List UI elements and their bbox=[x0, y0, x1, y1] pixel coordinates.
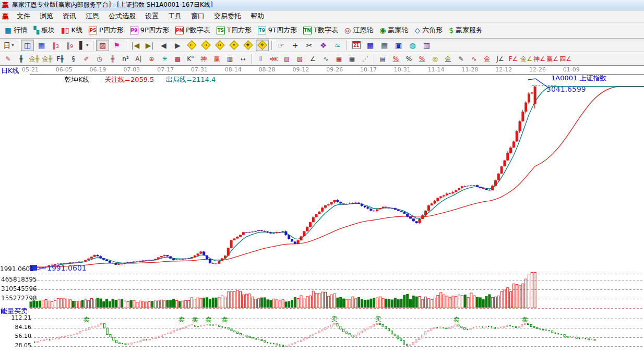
gold-circle-button[interactable]: ◎ bbox=[429, 53, 441, 64]
grid-tool-button[interactable]: ▦ bbox=[333, 53, 345, 64]
zigzag-wave-button[interactable]: ∿ bbox=[320, 53, 332, 64]
spiral-tool-button[interactable]: § bbox=[67, 53, 79, 64]
web-tools-button[interactable]: ◍ bbox=[406, 40, 419, 51]
diamond-plus-button[interactable]: ✚ bbox=[242, 40, 255, 51]
menu-item-资讯[interactable]: 资讯 bbox=[58, 10, 81, 22]
j-angle-button[interactable]: J∠ bbox=[494, 53, 506, 64]
f10-info-button[interactable]: ▤ bbox=[35, 40, 48, 51]
diamond-cross-button[interactable]: ✜ bbox=[256, 40, 269, 51]
hand-tool-button[interactable]: ☞ bbox=[275, 40, 288, 51]
candle-style-button[interactable]: ▌▾ bbox=[77, 40, 90, 51]
percent-tool-button[interactable]: % bbox=[403, 53, 415, 64]
square-ruler-button[interactable]: n² bbox=[120, 53, 132, 64]
gann-node-button[interactable]: ❖ bbox=[317, 40, 330, 51]
mirror-tool-button[interactable]: A| bbox=[133, 53, 145, 64]
count-ruler-button[interactable]: ▥ bbox=[224, 53, 236, 64]
diamond-compress-button[interactable]: ↔ bbox=[213, 40, 226, 51]
calendar-21-button[interactable]: 21 bbox=[350, 40, 363, 51]
star-web-button[interactable]: ✳ bbox=[159, 53, 171, 64]
next-bar-button[interactable]: ▶ bbox=[171, 40, 184, 51]
t-number-table-button[interactable]: TNT数字表 bbox=[302, 25, 340, 35]
sectors-button[interactable]: ▚板块 bbox=[32, 25, 56, 35]
k-mark-button[interactable]: K'' bbox=[185, 53, 197, 64]
diamond-right-button[interactable]: → bbox=[199, 40, 212, 51]
winner-wheel-button[interactable]: ◉赢家轮 bbox=[378, 25, 410, 35]
calculator-button[interactable]: ▦ bbox=[364, 40, 377, 51]
angle-measure-button[interactable]: ✂ bbox=[303, 40, 316, 51]
kline-button[interactable]: ▮▯K线 bbox=[59, 25, 84, 35]
crosshair-tool-button[interactable]: + bbox=[289, 40, 302, 51]
brush-tool-button[interactable]: ✎ bbox=[455, 53, 467, 64]
gold-time-ruler-button[interactable]: 金╫ bbox=[28, 53, 40, 64]
beam-tool-button[interactable]: Ⅱ bbox=[255, 53, 267, 64]
color-volume-button[interactable]: ⚑ bbox=[110, 40, 123, 51]
t9-square-button[interactable]: T99T四方形 bbox=[256, 25, 299, 35]
menu-item-文件[interactable]: 文件 bbox=[12, 10, 35, 22]
qiankun-view-button[interactable]: ◫ bbox=[21, 40, 34, 51]
wave-red-button[interactable]: ∿ bbox=[468, 53, 480, 64]
first-page-button[interactable]: |◀ bbox=[129, 40, 142, 51]
menu-item-窗口[interactable]: 窗口 bbox=[186, 10, 209, 22]
period-day-button[interactable]: 日▾ bbox=[2, 40, 15, 51]
p9-square-button[interactable]: P99P四方形 bbox=[128, 25, 171, 35]
minute9-chart-button[interactable]: ∥₉ bbox=[63, 40, 76, 51]
span-measure-button[interactable]: ↔ bbox=[237, 53, 249, 64]
grid-tool-2-button[interactable]: ▦ bbox=[346, 53, 358, 64]
wave-lines-button[interactable]: ≈ bbox=[331, 40, 344, 51]
menu-item-江恩[interactable]: 江恩 bbox=[81, 10, 104, 22]
menu-item-交易委托[interactable]: 交易委托 bbox=[209, 10, 246, 22]
ying-tool-button[interactable]: 赢 bbox=[211, 53, 223, 64]
shen-angle-button[interactable]: 神∠ bbox=[533, 53, 545, 64]
minute3-chart-button[interactable]: ∥₃ bbox=[49, 40, 62, 51]
price-ruler-button[interactable]: ╫ bbox=[106, 53, 118, 64]
diamond-burst-button[interactable]: ✶ bbox=[228, 40, 241, 51]
p-number-table-button[interactable]: PNP数字表 bbox=[174, 25, 212, 35]
hexagon-button[interactable]: ◇六角形 bbox=[413, 25, 444, 35]
gold-line-button[interactable]: 金 bbox=[442, 53, 454, 64]
circle-cross-button[interactable]: ⊕ bbox=[146, 53, 158, 64]
fib-time-ruler-button[interactable]: F╫ bbox=[54, 53, 66, 64]
grid2-icon: ▦ bbox=[349, 56, 355, 62]
knife-tool-button[interactable]: ✐ bbox=[80, 53, 92, 64]
gann-frame-button[interactable]: ▨ bbox=[96, 40, 109, 51]
fan-lines-button[interactable]: ⋘ bbox=[268, 53, 280, 64]
menu-item-工具[interactable]: 工具 bbox=[163, 10, 186, 22]
percent-line-button[interactable]: % bbox=[390, 53, 402, 64]
calendar-day-icon: 日 bbox=[3, 42, 10, 49]
p-square-button[interactable]: PSP四方形 bbox=[87, 25, 125, 35]
gann-wheel-button[interactable]: ◎江恩轮 bbox=[343, 25, 375, 35]
gold-red-button[interactable]: 金 bbox=[481, 53, 493, 64]
pen-tool-button[interactable]: ✎ bbox=[2, 53, 14, 64]
gold-angle-button[interactable]: 金∠ bbox=[520, 53, 532, 64]
fan-box-button[interactable]: ▨ bbox=[281, 53, 293, 64]
menu-item-公式选股[interactable]: 公式选股 bbox=[104, 10, 140, 22]
percent-base-button[interactable]: % bbox=[416, 53, 428, 64]
menu-item-帮助[interactable]: 帮助 bbox=[246, 10, 269, 22]
angle-fan-button[interactable]: ∠ bbox=[307, 53, 319, 64]
ying-angle-button[interactable]: 赢∠ bbox=[546, 53, 558, 64]
remote-pc-button[interactable]: ▥ bbox=[420, 40, 433, 51]
price-chart-canvas[interactable] bbox=[0, 66, 644, 354]
menu-item-设置[interactable]: 设置 bbox=[140, 10, 163, 22]
gold-time-ruler-2-button[interactable]: 金╫ bbox=[41, 53, 53, 64]
last-page-icon: ▶| bbox=[146, 42, 153, 49]
parallel-lines-button[interactable]: ⋰ bbox=[359, 53, 371, 64]
f-angle-button[interactable]: F∠ bbox=[507, 53, 519, 64]
diamond-left-button[interactable]: ← bbox=[185, 40, 198, 51]
t-square-button[interactable]: TST四方形 bbox=[215, 25, 253, 35]
gold-ruler2-icon: 金╫ bbox=[42, 56, 52, 62]
prev-bar-button[interactable]: ◀ bbox=[157, 40, 170, 51]
si-angle-button[interactable]: 四∠ bbox=[559, 53, 571, 64]
last-page-button[interactable]: ▶| bbox=[143, 40, 156, 51]
cycle-circle-button[interactable]: ◷ bbox=[93, 53, 105, 64]
winner-service-button[interactable]: $赢家服务 bbox=[447, 25, 484, 35]
shen-tool-button[interactable]: 神 bbox=[198, 53, 210, 64]
time-ruler-button[interactable]: ╫ bbox=[15, 53, 27, 64]
save-button[interactable]: ▣ bbox=[392, 40, 405, 51]
web-grid-button[interactable]: ▩ bbox=[172, 53, 184, 64]
notes-button[interactable]: ▤ bbox=[378, 40, 391, 51]
quotes-button[interactable]: ▦行情 bbox=[3, 25, 29, 35]
scale-list-button[interactable]: ▤ bbox=[377, 53, 389, 64]
fan-box-2-button[interactable]: ▧ bbox=[294, 53, 306, 64]
menu-item-浏览[interactable]: 浏览 bbox=[35, 10, 58, 22]
